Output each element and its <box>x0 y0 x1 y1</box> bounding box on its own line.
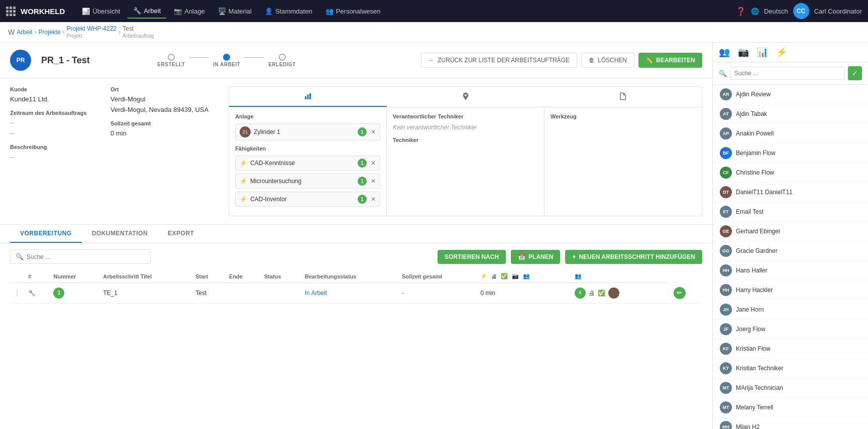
add-step-button[interactable]: + NEUEN ARBEITSSCHRITT HINZUFÜGEN <box>565 250 702 264</box>
technician-item[interactable]: MTMelany Terrell <box>713 398 868 417</box>
main-layout: PR PR_1 - Test ERSTELLT IN ARBEIT ERLEDI… <box>0 43 868 429</box>
tech-name: Kristian Flow <box>736 345 771 352</box>
row-nummer-val: TE_1 <box>99 283 191 304</box>
row-num: 1 <box>49 283 99 304</box>
skill-remove-3[interactable]: ✕ <box>371 196 376 203</box>
technician-item[interactable]: KTKristian Techniker <box>713 359 868 378</box>
tech-name: Jane Horn <box>736 306 764 313</box>
breadcrumb-project-sub: Projekt <box>67 33 82 39</box>
document-icon <box>618 92 627 101</box>
lightning-icon-3: ⚡ <box>240 196 247 203</box>
technician-item[interactable]: JHJane Horn <box>713 300 868 320</box>
user-avatar[interactable]: CC <box>793 3 809 19</box>
trash-icon: 🗑 <box>589 57 595 64</box>
language-selector[interactable]: Deutsch <box>764 8 788 15</box>
panel-tab-location[interactable] <box>387 87 545 107</box>
back-label: ZURÜCK ZUR LISTE DER ARBEITSAUFTRÄGE <box>438 57 570 64</box>
skill-row-3: ⚡ CAD-Inventor 1 ✕ <box>235 192 380 207</box>
technician-item[interactable]: MHMilan H2 <box>713 417 868 429</box>
calendar-icon: 📅 <box>518 253 525 260</box>
technician-item[interactable]: ATAjdin Tabak <box>713 104 868 124</box>
technician-item[interactable]: GEGerhard Ebinger <box>713 222 868 241</box>
help-icon[interactable]: ❓ <box>736 7 746 16</box>
lightning-header-icon: ⚡ <box>480 273 487 279</box>
tab-dokumentation[interactable]: DOKUMENTATION <box>82 225 158 243</box>
nav-items: 📊 Übersicht 🔧 Arbeit 📷 Anlage 🖥️ Materia… <box>76 4 733 19</box>
sidebar-icon-bar: 👥 📷 📊 ⚡ <box>713 43 868 62</box>
row-group-icon <box>657 283 670 304</box>
row-edit[interactable]: ✏ <box>670 283 702 304</box>
nav-item-anlage[interactable]: 📷 Anlage <box>168 4 210 19</box>
edit-label: BEARBEITEN <box>656 57 695 64</box>
skill-remove-2[interactable]: ✕ <box>371 178 376 185</box>
back-button[interactable]: ← ZURÜCK ZUR LISTE DER ARBEITSAUFTRÄGE <box>421 53 577 68</box>
technician-item[interactable]: APAnakin Powell <box>713 124 868 144</box>
breadcrumb-project: Projekt WHP-4222 Projekt <box>67 25 117 39</box>
nav-item-personalwesen[interactable]: 👥 Personalwesen <box>319 4 387 19</box>
app-logo[interactable]: WORKHELD <box>6 7 65 16</box>
nav-label: Übersicht <box>92 8 120 15</box>
asset-remove-icon[interactable]: ✕ <box>371 128 376 135</box>
row-menu[interactable]: ⋮ <box>10 283 24 304</box>
info-columns: Kunde Kunde11 Ltd. Zeitraum des Arbeitsa… <box>10 86 208 216</box>
nav-label: Personalwesen <box>336 8 381 15</box>
panel-tab-chart[interactable] <box>229 87 387 107</box>
nav-label: Stammdaten <box>275 8 312 15</box>
nav-item-stammdaten[interactable]: 👤 Stammdaten <box>259 4 318 19</box>
skill-remove-1[interactable]: ✕ <box>371 160 376 167</box>
row-start-val <box>225 283 260 304</box>
technician-item[interactable]: JFJoerg Flow <box>713 320 868 339</box>
tab-export[interactable]: EXPORT <box>158 225 204 243</box>
check-header-icon: ✅ <box>501 273 508 279</box>
technician-item[interactable]: MTMArija Technician <box>713 378 868 398</box>
search-input[interactable] <box>27 253 145 260</box>
th-nummer: Nummer <box>49 270 99 283</box>
nav-item-material[interactable]: 🖥️ Material <box>212 4 258 19</box>
technician-item[interactable]: CFChristine Flow <box>713 163 868 183</box>
delete-button[interactable]: 🗑 LÖSCHEN <box>581 53 634 68</box>
pencil-icon: ✏️ <box>645 57 653 64</box>
technician-item[interactable]: BFBenjamin Flow <box>713 144 868 163</box>
tech-name: Gerhard Ebinger <box>736 228 781 235</box>
row-edit-button[interactable]: ✏ <box>674 287 686 299</box>
location-icon <box>461 92 470 101</box>
people-header-icon: 👥 <box>523 273 530 279</box>
breadcrumb-project-link[interactable]: Projekt WHP-4222 <box>67 25 117 32</box>
panel-tab-document[interactable] <box>544 87 702 107</box>
sidebar-camera-icon[interactable]: 📷 <box>738 47 749 58</box>
sidebar-chart-icon[interactable]: 📊 <box>757 47 768 58</box>
check-icon[interactable]: ✅ <box>598 290 605 297</box>
sidebar-people-icon[interactable]: 👥 <box>719 47 730 58</box>
technician-item[interactable]: DTDanielT11 DanielT11 <box>713 183 868 202</box>
sidebar-search-icon: 🔍 <box>719 70 727 77</box>
breadcrumb-arbeit[interactable]: Arbeit <box>17 29 32 36</box>
page-icon: PR <box>10 50 31 71</box>
beschreibung-value: -- <box>10 153 90 161</box>
edit-button[interactable]: ✏️ BEARBEITEN <box>638 53 702 68</box>
plan-button[interactable]: 📅 PLANEN <box>511 250 560 264</box>
print-icon[interactable]: 🖨 <box>589 290 595 297</box>
sort-button[interactable]: SORTIEREN NACH <box>438 250 506 264</box>
tech-avatar: JF <box>720 323 732 335</box>
nav-item-arbeit[interactable]: 🔧 Arbeit <box>127 4 167 19</box>
technician-item[interactable]: KFKristian Flow <box>713 339 868 359</box>
work-steps-search[interactable]: 🔍 <box>10 249 151 264</box>
tech-name: Ajdin Tabak <box>736 110 767 117</box>
sidebar-search-input[interactable] <box>730 67 845 80</box>
nav-label: Material <box>229 8 252 15</box>
technician-item[interactable]: GGGracie Gardner <box>713 241 868 261</box>
work-steps-toolbar: 🔍 SORTIEREN NACH 📅 PLANEN + NEUEN ARBEIT… <box>10 249 702 264</box>
breadcrumb-projekte[interactable]: Projekte <box>39 29 61 36</box>
sidebar-lightning-icon[interactable]: ⚡ <box>776 47 787 58</box>
technician-item[interactable]: HHHans Haller <box>713 261 868 280</box>
tab-vorbereitung[interactable]: VORBEREITUNG <box>10 225 82 243</box>
ort-value2: Verdi-Mogul, Nevada 89439, USA <box>111 106 208 113</box>
tech-name: Anakin Powell <box>736 130 774 137</box>
nav-item-ubersicht[interactable]: 📊 Übersicht <box>76 4 126 19</box>
technician-item[interactable]: HHHarry Hackler <box>713 280 868 300</box>
table-row: ⋮ 🔧 1 TE_1 Test <box>10 283 702 304</box>
skill-name-3: CAD-Inventor <box>250 196 355 203</box>
sidebar-search-button[interactable]: ✓ <box>848 66 862 80</box>
technician-item[interactable]: ETEmail Test <box>713 202 868 222</box>
technician-item[interactable]: ARAjdin Review <box>713 85 868 104</box>
